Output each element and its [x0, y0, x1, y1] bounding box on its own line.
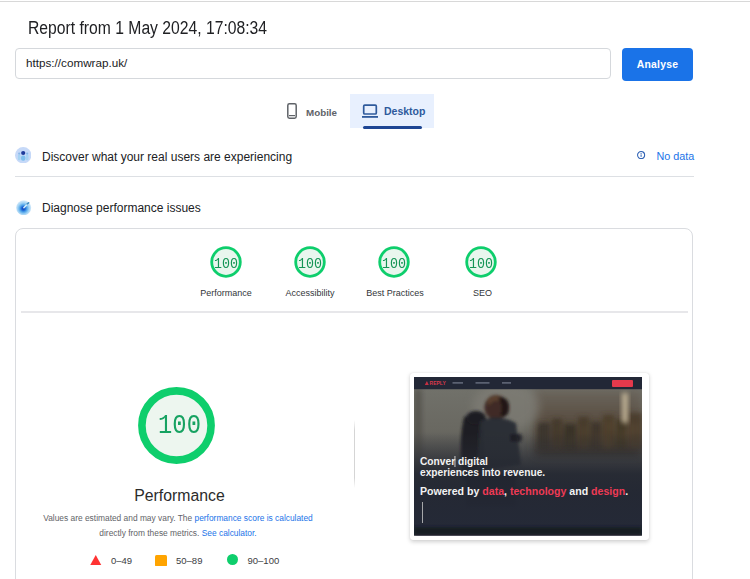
svg-text:Conver digital: Conver digital — [420, 456, 488, 467]
svg-text:Powered by data, technology an: Powered by data, technology and design. — [420, 485, 628, 497]
svg-text:REPLY: REPLY — [429, 380, 446, 386]
svg-text:experiences into revenue.: experiences into revenue. — [420, 468, 545, 479]
